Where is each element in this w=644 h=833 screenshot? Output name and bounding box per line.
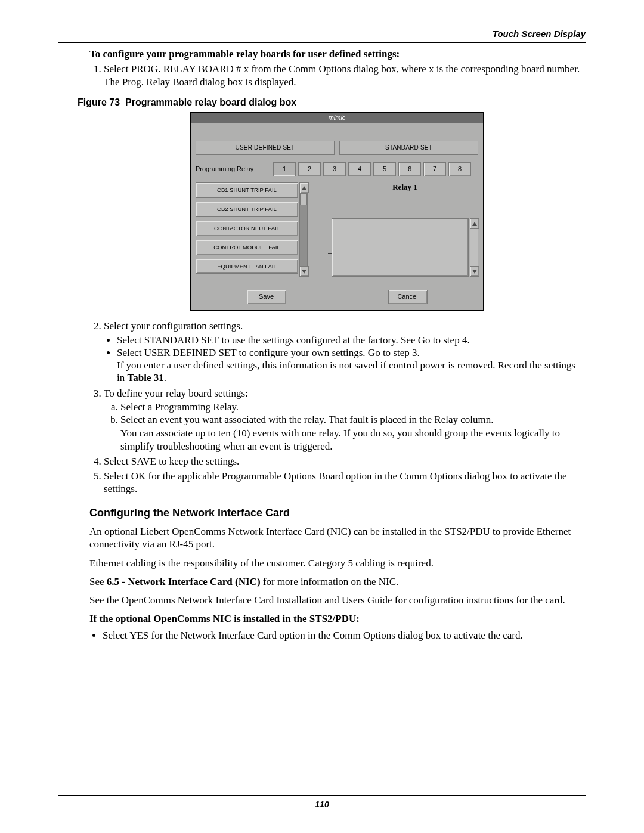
step-3b: Select an event you want associated with…	[120, 413, 584, 426]
step-5: Select OK for the applicable Programmabl…	[104, 470, 584, 496]
relay-button-7[interactable]: 7	[423, 162, 446, 176]
step-2-bullet-2: Select USER DEFINED SET to configure you…	[117, 346, 584, 385]
step-3: To define your relay board settings: Sel…	[104, 387, 584, 453]
nic-p1: An optional Liebert OpenComms Network In…	[89, 525, 584, 551]
page: Touch Screen Display To configure your p…	[0, 0, 644, 833]
page-number: 110	[315, 800, 329, 809]
scroll-down-icon[interactable]	[299, 266, 309, 277]
relay-button-6[interactable]: 6	[398, 162, 421, 176]
mimic-dialog: mimic USER DEFINED SET STANDARD SET Prog…	[190, 112, 484, 312]
steps-list-top: Select PROG. RELAY BOARD # x from the Co…	[89, 63, 584, 88]
relay-scroll-up-icon[interactable]	[470, 218, 479, 229]
event-scrollbar[interactable]	[299, 182, 308, 277]
step-2: Select your configuration settings. Sele…	[104, 320, 584, 384]
programming-relay-label: Programming Relay	[196, 165, 273, 174]
relay-buttons: 1 2 3 4 5 6 7 8	[273, 162, 471, 176]
figure-caption: Figure 73 Programmable relay board dialo…	[78, 97, 584, 109]
programming-relay-row: Programming Relay 1 2 3 4 5 6 7 8	[196, 162, 478, 176]
nic-xref: 6.5 - Network Interface Card (NIC)	[107, 576, 261, 587]
step-2-bullet-1: Select STANDARD SET to use the settings …	[117, 334, 584, 346]
step-2-text: Select your configuration settings.	[104, 320, 243, 332]
steps-list-bottom: Select your configuration settings. Sele…	[89, 320, 584, 495]
mimic-titlebar: mimic	[191, 113, 483, 123]
relay-button-3[interactable]: 3	[323, 162, 346, 176]
header-rule	[58, 42, 586, 43]
relay-button-1[interactable]: 1	[273, 162, 296, 176]
step-3-note: You can associate up to ten (10) events …	[120, 427, 584, 453]
table-31-ref: Table 31	[127, 372, 163, 383]
event-cb1-shunt-trip-fail[interactable]: CB1 SHUNT TRIP FAIL	[196, 182, 298, 198]
nic-bullet-1: Select YES for the Network Interface Car…	[103, 629, 584, 642]
nic-subheading: If the optional OpenComms NIC is install…	[89, 612, 584, 625]
scroll-up-icon[interactable]	[299, 182, 309, 193]
step-1-text-a: Select PROG. RELAY BOARD # x from the Co…	[104, 63, 580, 75]
mimic-body: USER DEFINED SET STANDARD SET Programmin…	[191, 123, 483, 311]
relay-button-5[interactable]: 5	[373, 162, 396, 176]
scroll-track[interactable]	[299, 193, 308, 266]
nic-heading: Configuring the Network Interface Card	[89, 506, 584, 520]
page-header: Touch Screen Display	[58, 29, 586, 43]
relay-button-8[interactable]: 8	[448, 162, 471, 176]
content: To configure your programmable relay boa…	[89, 48, 584, 643]
relay-scroll-down-icon[interactable]	[470, 266, 479, 277]
nic-p2: Ethernet cabling is the responsibility o…	[89, 557, 584, 569]
event-control-module-fail[interactable]: CONTROL MODULE FAIL	[196, 240, 298, 255]
user-defined-set-button[interactable]: USER DEFINED SET	[196, 141, 335, 156]
step-3-substeps: Select a Programming Relay. Select an ev…	[120, 401, 584, 426]
figure-title: Programmable relay board dialog box	[125, 97, 296, 107]
relay-header: Relay 1	[332, 182, 478, 192]
step-1-text-b: The Prog. Relay Board dialog box is disp…	[104, 76, 296, 88]
mimic-lower: CB1 SHUNT TRIP FAIL CB2 SHUNT TRIP FAIL …	[196, 182, 478, 277]
page-footer: 110	[58, 795, 586, 809]
event-contactor-neut-fail[interactable]: CONTACTOR NEUT FAIL	[196, 221, 298, 236]
event-equipment-fan-fail[interactable]: EQUIPMENT FAN FAIL	[196, 259, 298, 274]
standard-set-button[interactable]: STANDARD SET	[339, 141, 478, 156]
step-4: Select SAVE to keep the settings.	[104, 455, 584, 467]
relay-scroll-track[interactable]	[470, 229, 478, 266]
relay-column: Relay 1	[332, 182, 478, 277]
event-cb2-shunt-trip-fail[interactable]: CB2 SHUNT TRIP FAIL	[196, 202, 298, 217]
step-3-text: To define your relay board settings:	[104, 388, 248, 399]
nic-bullets: Select YES for the Network Interface Car…	[103, 629, 584, 642]
step-2-bullets: Select STANDARD SET to use the settings …	[117, 334, 584, 385]
relay-button-2[interactable]: 2	[298, 162, 321, 176]
relay-scrollbar[interactable]	[470, 218, 478, 277]
event-list: CB1 SHUNT TRIP FAIL CB2 SHUNT TRIP FAIL …	[196, 182, 298, 277]
relay-box-row	[332, 218, 478, 277]
nic-p4: See the OpenComms Network Interface Card…	[89, 594, 584, 606]
intro-heading: To configure your programmable relay boa…	[89, 48, 584, 60]
set-tabs: USER DEFINED SET STANDARD SET	[196, 141, 478, 156]
step-1: Select PROG. RELAY BOARD # x from the Co…	[104, 63, 584, 88]
scroll-thumb[interactable]	[300, 193, 307, 205]
relay-button-4[interactable]: 4	[348, 162, 371, 176]
event-list-column: CB1 SHUNT TRIP FAIL CB2 SHUNT TRIP FAIL …	[196, 182, 321, 277]
section-title: Touch Screen Display	[58, 29, 586, 42]
relay-listbox[interactable]	[332, 218, 469, 277]
mimic-action-buttons: Save Cancel	[196, 290, 478, 304]
cancel-button[interactable]: Cancel	[388, 290, 428, 304]
step-3a: Select a Programming Relay.	[120, 401, 584, 413]
figure-number: Figure 73	[78, 97, 120, 107]
save-button[interactable]: Save	[247, 290, 286, 304]
nic-p3: See 6.5 - Network Interface Card (NIC) f…	[89, 575, 584, 588]
